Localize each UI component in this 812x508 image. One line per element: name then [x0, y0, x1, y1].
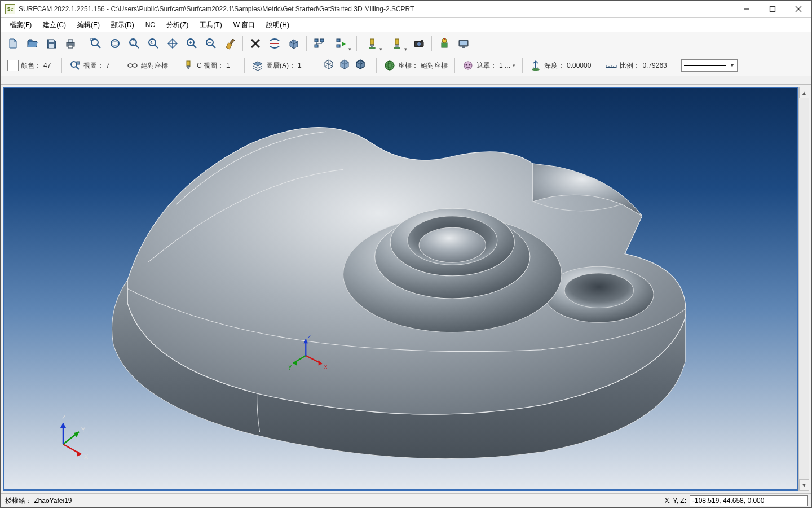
- layer-group[interactable]: 圖層(A)： 1: [248, 59, 312, 72]
- svg-rect-4: [49, 40, 54, 42]
- toolbar-separator: [454, 58, 455, 73]
- zoom-fit-button[interactable]: [87, 34, 105, 52]
- zoom-out-icon: [205, 37, 217, 50]
- zoom-out-button[interactable]: [202, 34, 220, 52]
- color-swatch[interactable]: [7, 60, 19, 71]
- menu-tools[interactable]: 工具(T): [194, 19, 227, 31]
- zoom-in-button[interactable]: [183, 34, 201, 52]
- toolbar-separator: [83, 36, 83, 51]
- svg-text:z: z: [308, 333, 311, 339]
- brush-icon: [224, 37, 236, 50]
- print-icon: [64, 37, 77, 50]
- tool-1-button[interactable]: [360, 34, 384, 52]
- linestyle-dropdown[interactable]: ▼: [681, 59, 738, 72]
- view-group[interactable]: 視圖： 7: [65, 59, 121, 72]
- menu-help[interactable]: 說明(H): [261, 19, 295, 31]
- depth-group[interactable]: 深度： 0.00000: [526, 59, 594, 72]
- axis-gizmo: X Y Z: [49, 410, 100, 461]
- svg-point-59: [469, 64, 471, 66]
- scroll-down-button[interactable]: ▼: [799, 479, 809, 491]
- minimize-icon: [743, 6, 750, 12]
- toolbar-separator: [306, 36, 307, 51]
- scroll-up-button[interactable]: ▲: [799, 87, 809, 98]
- view-label: 視圖：: [83, 61, 104, 71]
- zoom-fit-icon: [90, 37, 102, 50]
- new-button[interactable]: [4, 34, 22, 52]
- svg-rect-34: [370, 39, 374, 45]
- magnifier-cube-icon: [69, 59, 81, 72]
- coord-group[interactable]: 座標： 絕對座標: [380, 59, 451, 72]
- layers-icon: [251, 59, 264, 72]
- menu-analyze[interactable]: 分析(Z): [161, 19, 194, 31]
- editnc-button[interactable]: [454, 34, 473, 52]
- menu-edit[interactable]: 編輯(E): [72, 19, 105, 31]
- chevron-down-icon: ▼: [730, 63, 735, 68]
- viewport-3d[interactable]: x y z X Y Z: [3, 87, 798, 491]
- svg-line-18: [155, 45, 158, 48]
- mask-label: 遮罩：: [476, 61, 497, 71]
- menu-create[interactable]: 建立(C): [37, 19, 72, 31]
- tool-2-button[interactable]: [385, 34, 409, 52]
- svg-line-24: [212, 45, 215, 48]
- maximize-button[interactable]: [760, 1, 785, 17]
- pan-icon: [166, 37, 179, 50]
- model-render: x y z: [4, 88, 797, 489]
- zoom-window-button[interactable]: [125, 34, 143, 52]
- menu-window[interactable]: W 窗口: [228, 19, 261, 31]
- linestyle-preview: [684, 65, 726, 66]
- license-value: ZhaoYafei19: [34, 497, 72, 505]
- svg-rect-8: [68, 45, 73, 48]
- save-button[interactable]: [42, 34, 60, 52]
- svg-rect-42: [442, 43, 447, 47]
- mask-group[interactable]: 遮罩： 1 ... ▾: [458, 59, 519, 72]
- chevron-down-icon[interactable]: ▾: [513, 63, 515, 68]
- redraw-button[interactable]: [221, 34, 239, 52]
- verify-button[interactable]: [410, 34, 428, 52]
- shade-toggle-button[interactable]: [285, 34, 303, 52]
- cview-group[interactable]: C 視圖： 1: [179, 59, 241, 72]
- coord-mode-group[interactable]: 絕對座標: [123, 59, 171, 72]
- menu-file[interactable]: 檔案(F): [4, 19, 37, 31]
- display-mode-group: [320, 58, 373, 73]
- trim-button[interactable]: [266, 34, 284, 52]
- wireframe-button[interactable]: [323, 58, 338, 73]
- folder-open-icon: [26, 37, 38, 50]
- scrollbar-vertical[interactable]: ▲ ▼: [798, 87, 809, 491]
- menubar: 檔案(F) 建立(C) 編輯(E) 顯示(D) NC 分析(Z) 工具(T) W…: [1, 18, 811, 32]
- linestyle-group[interactable]: ▼: [678, 59, 741, 72]
- monitor-icon: [457, 37, 470, 50]
- zoom-prev-button[interactable]: [144, 34, 162, 52]
- svg-rect-44: [444, 38, 445, 40]
- close-button[interactable]: [785, 1, 811, 17]
- pan-button[interactable]: [164, 34, 182, 52]
- solid-edge-cube-icon: [355, 58, 366, 69]
- delete-button[interactable]: [246, 34, 264, 52]
- color-group[interactable]: 顏色： 47: [4, 60, 58, 71]
- menu-nc[interactable]: NC: [140, 20, 161, 30]
- nc-edit-button[interactable]: [329, 34, 353, 52]
- scroll-track[interactable]: [799, 98, 809, 479]
- scale-group[interactable]: 比例： 0.79263: [602, 59, 670, 72]
- svg-rect-1: [770, 7, 775, 12]
- post-button[interactable]: [435, 34, 453, 52]
- svg-text:x: x: [324, 364, 328, 370]
- layer-label: 圖層(A)：: [266, 61, 295, 71]
- svg-point-57: [464, 62, 472, 69]
- nc-manager-button[interactable]: [310, 34, 328, 52]
- toolbar-separator: [244, 58, 245, 73]
- color-label: 顏色：: [21, 61, 41, 71]
- svg-point-13: [111, 42, 119, 45]
- svg-marker-91: [60, 423, 66, 428]
- coord-label: 座標：: [398, 61, 418, 71]
- print-button[interactable]: [61, 34, 80, 52]
- shaded-edges-button[interactable]: [355, 58, 369, 73]
- open-button[interactable]: [23, 34, 41, 52]
- tree-icon: [313, 37, 325, 50]
- shaded-button[interactable]: [339, 58, 354, 73]
- svg-point-35: [369, 47, 376, 49]
- zoom-rotate-button[interactable]: [106, 34, 124, 52]
- xyz-label: X, Y, Z:: [661, 497, 690, 505]
- minimize-button[interactable]: [734, 1, 760, 17]
- menu-display[interactable]: 顯示(D): [105, 19, 140, 31]
- svg-rect-36: [395, 39, 399, 45]
